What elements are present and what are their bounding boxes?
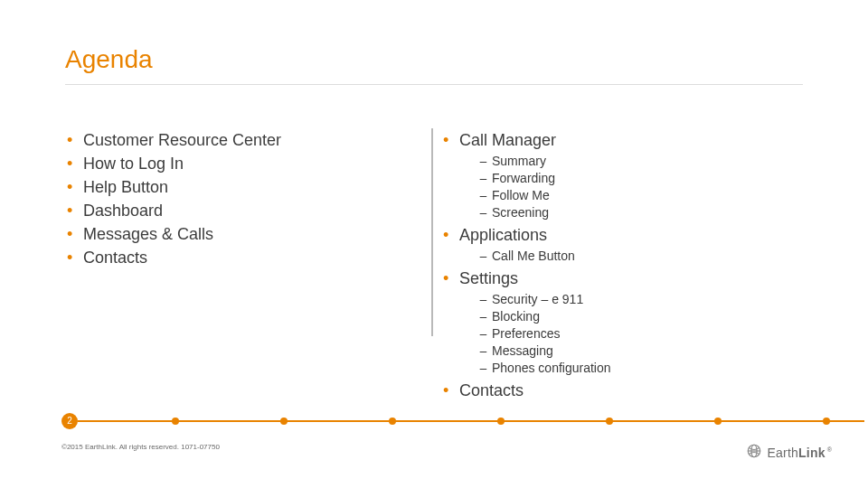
copyright-text: ©2015 EarthLink. All rights reserved. 10… — [61, 443, 220, 451]
footer-dot — [606, 418, 613, 425]
sub-list-item: Security – e 911 — [479, 291, 803, 308]
sub-list-item: Screening — [479, 204, 803, 221]
sub-list-item: Call Me Button — [479, 248, 803, 265]
slide-title: Agenda — [65, 45, 153, 74]
sub-list: SummaryForwardingFollow MeScreening — [479, 153, 803, 221]
sub-list: Security – e 911BlockingPreferencesMessa… — [479, 291, 803, 377]
sub-list-item: Forwarding — [479, 170, 803, 187]
list-item: Contacts — [65, 246, 422, 269]
column-divider — [422, 128, 441, 402]
sub-list-item: Summary — [479, 153, 803, 170]
list-item: Help Button — [65, 175, 422, 199]
list-item: Contacts — [441, 379, 803, 402]
globe-icon — [746, 443, 762, 462]
footer-dot — [823, 418, 830, 425]
page-number-badge: 2 — [61, 413, 78, 429]
list-item: How to Log In — [65, 152, 422, 175]
footer-dot — [497, 418, 505, 425]
footer-rule — [78, 420, 864, 422]
list-item: Messages & Calls — [65, 222, 422, 246]
left-list: Customer Resource CenterHow to Log InHel… — [65, 128, 422, 269]
title-underline — [65, 84, 803, 85]
footer-dot — [280, 418, 288, 425]
sub-list-item: Preferences — [479, 325, 803, 343]
sub-list-item: Blocking — [479, 308, 803, 325]
right-column: Call ManagerSummaryForwardingFollow MeSc… — [441, 128, 803, 402]
sub-list-item: Messaging — [479, 343, 803, 360]
content-columns: Customer Resource CenterHow to Log InHel… — [65, 128, 803, 402]
brand-logo: EarthLink® — [746, 443, 832, 462]
footer-dot — [389, 418, 396, 425]
sub-list: Call Me Button — [479, 248, 803, 265]
list-item-label: Call Manager — [459, 131, 556, 149]
list-item: ApplicationsCall Me Button — [441, 223, 803, 265]
list-item-label: Applications — [459, 226, 547, 244]
left-column: Customer Resource CenterHow to Log InHel… — [65, 128, 422, 402]
right-list: Call ManagerSummaryForwardingFollow MeSc… — [441, 128, 803, 402]
footer-dot — [172, 418, 179, 425]
sub-list-item: Phones configuration — [479, 360, 803, 377]
list-item-label: Settings — [459, 269, 518, 287]
slide: Agenda Customer Resource CenterHow to Lo… — [0, 0, 868, 488]
list-item: Call ManagerSummaryForwardingFollow MeSc… — [441, 128, 803, 221]
list-item: Dashboard — [65, 199, 422, 222]
list-item-label: Contacts — [459, 381, 524, 399]
brand-name: EarthLink® — [768, 446, 832, 460]
sub-list-item: Follow Me — [479, 187, 803, 204]
list-item: SettingsSecurity – e 911BlockingPreferen… — [441, 267, 803, 377]
list-item: Customer Resource Center — [65, 128, 422, 152]
footer-dot — [714, 418, 722, 425]
dotted-divider — [431, 128, 433, 336]
